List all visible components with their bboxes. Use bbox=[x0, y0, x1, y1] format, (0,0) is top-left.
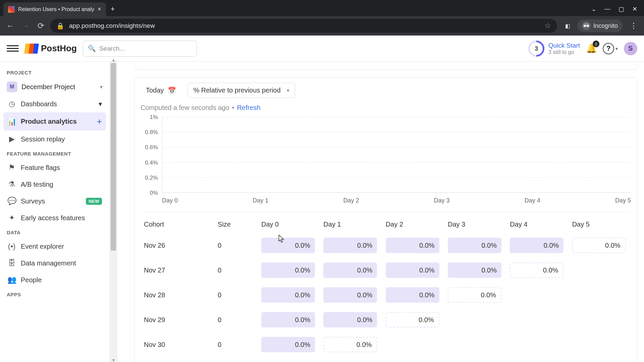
retention-cell[interactable]: 0.0% bbox=[444, 283, 506, 307]
retention-cell[interactable] bbox=[569, 283, 631, 307]
sidebar-item-data-management[interactable]: 🗄 Data management bbox=[3, 255, 106, 272]
compare-selector[interactable]: % Relative to previous period ▾ bbox=[187, 83, 295, 98]
scroll-down-icon[interactable]: ▾ bbox=[109, 357, 117, 362]
tab-favicon bbox=[8, 6, 15, 13]
forward-button[interactable]: → bbox=[19, 20, 32, 32]
project-selector[interactable]: M December Project ▾ bbox=[3, 78, 106, 96]
browser-menu-icon[interactable]: ⋮ bbox=[627, 20, 640, 32]
new-tab-button[interactable]: + bbox=[106, 2, 120, 16]
retention-cell[interactable] bbox=[506, 332, 569, 357]
sidebar-item-session-replay[interactable]: ▶ Session replay bbox=[3, 131, 106, 147]
retention-cell[interactable] bbox=[569, 307, 631, 332]
retention-cell[interactable]: 0.0% bbox=[382, 258, 444, 283]
url-text: app.posthog.com/insights/new bbox=[69, 22, 540, 29]
retention-value: 0.0% bbox=[448, 262, 501, 278]
close-window-icon[interactable]: ✕ bbox=[632, 5, 637, 13]
user-avatar[interactable]: S bbox=[624, 42, 637, 55]
browser-tab[interactable]: Retention Users • Product analy × bbox=[3, 2, 106, 16]
sidebar-item-event-explorer[interactable]: (•) Event explorer bbox=[3, 238, 106, 255]
sidebar-item-ab-testing[interactable]: ⚗ A/B testing bbox=[3, 176, 106, 193]
add-insight-button[interactable]: + bbox=[97, 116, 102, 127]
hamburger-menu-icon[interactable] bbox=[7, 43, 19, 55]
scrollbar-thumb[interactable] bbox=[111, 63, 116, 251]
logo-text: PostHog bbox=[41, 43, 77, 54]
retention-value: 0.0% bbox=[323, 337, 377, 352]
scroll-up-icon[interactable]: ▴ bbox=[109, 57, 117, 62]
retention-cell[interactable] bbox=[506, 283, 569, 307]
address-bar[interactable]: 🔒 app.posthog.com/insights/new ☆ bbox=[50, 19, 557, 33]
retention-cell[interactable]: 0.0% bbox=[506, 258, 569, 283]
incognito-badge[interactable]: 🕶 Incognito bbox=[577, 19, 623, 32]
minimize-icon[interactable]: ― bbox=[604, 5, 610, 13]
retention-cell[interactable]: 0.0% bbox=[569, 233, 631, 258]
retention-cell[interactable]: 0.0% bbox=[444, 258, 506, 283]
quick-start-button[interactable]: 3 Quick Start 3 still to go bbox=[528, 41, 580, 57]
sidebar-item-label: Early access features bbox=[21, 214, 85, 222]
close-tab-icon[interactable]: × bbox=[98, 6, 101, 13]
retention-cell[interactable]: 0.0% bbox=[258, 233, 320, 258]
retention-cell[interactable]: 0.0% bbox=[320, 307, 382, 332]
retention-cell[interactable]: 0.0% bbox=[320, 258, 382, 283]
back-button[interactable]: ← bbox=[4, 20, 16, 32]
table-header-row: CohortSizeDay 0Day 1Day 2Day 3Day 4Day 5 bbox=[141, 216, 631, 233]
sidebar-scrollbar[interactable]: ▴ ▾ bbox=[109, 62, 117, 362]
retention-cell[interactable]: 0.0% bbox=[320, 283, 382, 307]
reload-button[interactable]: ⟳ bbox=[35, 20, 47, 32]
table-row: Nov 2900.0%0.0%0.0% bbox=[141, 307, 631, 332]
retention-cell[interactable] bbox=[569, 258, 631, 283]
retention-value: 0.0% bbox=[261, 287, 315, 303]
quick-start-progress-ring: 3 bbox=[525, 37, 548, 60]
retention-cell[interactable] bbox=[382, 332, 444, 357]
size-cell: 0 bbox=[214, 283, 258, 307]
chevron-down-icon: ▾ bbox=[287, 87, 289, 94]
retention-cell[interactable]: 0.0% bbox=[258, 258, 320, 283]
retention-value: 0.0% bbox=[261, 337, 315, 352]
bookmark-star-icon[interactable]: ☆ bbox=[544, 21, 551, 30]
retention-cell[interactable] bbox=[506, 307, 569, 332]
sidebar-item-people[interactable]: 👥 People bbox=[3, 272, 106, 288]
notifications-button[interactable]: 🔔 0 bbox=[586, 43, 597, 54]
incognito-label: Incognito bbox=[593, 22, 618, 29]
retention-cell[interactable]: 0.0% bbox=[506, 233, 569, 258]
retention-cell[interactable] bbox=[444, 307, 506, 332]
retention-cell[interactable]: 0.0% bbox=[320, 332, 382, 357]
refresh-link[interactable]: Refresh bbox=[237, 104, 261, 112]
retention-cell[interactable]: 0.0% bbox=[444, 233, 506, 258]
retention-value: 0.0% bbox=[448, 287, 501, 303]
chevron-down-icon[interactable]: ⌄ bbox=[591, 5, 596, 13]
retention-cell[interactable]: 0.0% bbox=[382, 307, 444, 332]
maximize-icon[interactable]: ▢ bbox=[619, 5, 624, 13]
retention-value: 0.0% bbox=[261, 238, 315, 253]
retention-cell[interactable]: 0.0% bbox=[258, 307, 320, 332]
sidebar-section-feature: FEATURE MANAGEMENT bbox=[3, 147, 106, 159]
cohort-cell: Nov 30 bbox=[141, 332, 214, 357]
insight-card: Today 📅 % Relative to previous period ▾ … bbox=[134, 77, 637, 362]
date-range-selector[interactable]: Today 📅 bbox=[141, 83, 181, 98]
sidebar-item-surveys[interactable]: 💬 Surveys NEW bbox=[3, 193, 106, 209]
analytics-icon: 📊 bbox=[7, 117, 16, 126]
retention-cell[interactable]: 0.0% bbox=[258, 283, 320, 307]
retention-cell[interactable]: 0.0% bbox=[382, 283, 444, 307]
posthog-logo[interactable]: PostHog bbox=[25, 43, 77, 54]
retention-value: 0.0% bbox=[510, 262, 564, 278]
retention-cell[interactable] bbox=[569, 332, 631, 357]
retention-cell[interactable] bbox=[444, 332, 506, 357]
extension-icon[interactable]: ◧ bbox=[563, 21, 573, 31]
x-tick-label: Day 1 bbox=[253, 197, 268, 204]
size-cell: 0 bbox=[214, 332, 258, 357]
sparkle-icon: ✦ bbox=[7, 214, 16, 222]
table-header-cell: Day 3 bbox=[444, 216, 506, 233]
retention-cell[interactable]: 0.0% bbox=[382, 233, 444, 258]
chart-y-axis: 1%0.8%0.6%0.4%0.2%0% bbox=[141, 117, 161, 193]
retention-cell[interactable]: 0.0% bbox=[258, 332, 320, 357]
table-header-cell: Day 0 bbox=[258, 216, 320, 233]
sidebar-item-feature-flags[interactable]: ⚑ Feature flags bbox=[3, 159, 106, 176]
sidebar-item-dashboards[interactable]: ◷ Dashboards ▾ bbox=[3, 96, 106, 112]
retention-cell[interactable]: 0.0% bbox=[320, 233, 382, 258]
help-menu[interactable]: ? ▾ bbox=[603, 43, 618, 54]
sidebar-item-product-analytics[interactable]: 📊 Product analytics + bbox=[3, 112, 106, 131]
sidebar-item-early-access[interactable]: ✦ Early access features bbox=[3, 209, 106, 226]
search-input[interactable]: 🔍 Search... bbox=[83, 41, 197, 57]
logo-mark-icon bbox=[24, 44, 39, 54]
gridline bbox=[162, 132, 631, 132]
